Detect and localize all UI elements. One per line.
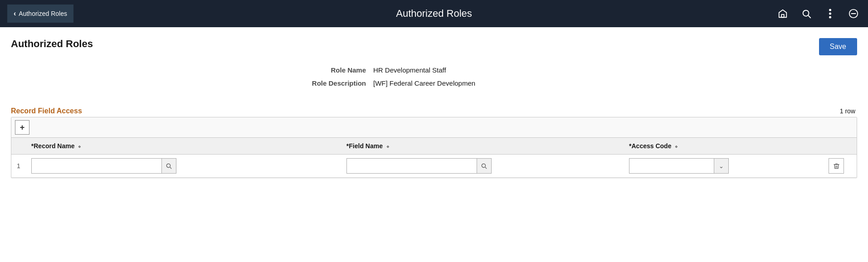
- table-container: + *Record Name ⋄ *Field Name ⋄: [11, 117, 857, 178]
- add-row-button[interactable]: +: [15, 120, 29, 135]
- role-description-label: Role Description: [275, 79, 366, 87]
- record-field-access-section: Record Field Access 1 row + *Record Name…: [11, 107, 857, 178]
- top-navigation: ‹ Authorized Roles Authorized Roles: [0, 0, 868, 27]
- record-name-input-container: [31, 158, 176, 174]
- form-section: Role Name HR Developmental Staff Role De…: [11, 66, 857, 92]
- access-code-header: *Access Code ⋄: [624, 138, 823, 155]
- record-name-input[interactable]: [32, 159, 161, 173]
- svg-point-4: [829, 13, 831, 15]
- home-button[interactable]: [775, 6, 790, 21]
- role-description-row: Role Description [WF] Federal Career Dev…: [275, 79, 593, 87]
- record-name-cell: [26, 155, 341, 178]
- section-title: Record Field Access: [11, 107, 82, 115]
- table-header: *Record Name ⋄ *Field Name ⋄ *Access Cod…: [11, 138, 857, 155]
- role-name-label: Role Name: [275, 66, 366, 74]
- field-name-input[interactable]: [347, 159, 477, 173]
- back-label: Authorized Roles: [19, 10, 67, 17]
- access-code-select[interactable]: [629, 159, 714, 173]
- role-name-value: HR Developmental Staff: [373, 66, 446, 74]
- cancel-icon: [848, 9, 858, 19]
- nav-icon-group: [775, 6, 861, 21]
- svg-line-2: [808, 15, 810, 18]
- svg-line-11: [485, 167, 487, 169]
- main-content: Authorized Roles Save Role Name HR Devel…: [0, 27, 868, 262]
- field-name-cell: [341, 155, 624, 178]
- field-name-search-icon[interactable]: [477, 159, 491, 173]
- role-name-row: Role Name HR Developmental Staff: [275, 66, 593, 74]
- action-header: [823, 138, 857, 155]
- nav-title: Authorized Roles: [396, 8, 472, 19]
- save-button[interactable]: Save: [819, 38, 857, 55]
- delete-row-button[interactable]: [829, 158, 844, 174]
- trash-icon: [833, 163, 840, 170]
- table-body: 1: [11, 155, 857, 178]
- access-code-select-container: ⌄: [629, 158, 729, 174]
- role-description-value: [WF] Federal Career Developmen: [373, 79, 475, 87]
- record-name-search-icon[interactable]: [161, 159, 176, 173]
- svg-line-9: [170, 167, 171, 169]
- page-title: Authorized Roles: [11, 38, 93, 50]
- row-num-header: [11, 138, 26, 155]
- search-button[interactable]: [799, 6, 814, 21]
- field-name-input-container: [346, 158, 492, 174]
- row-count: 1 row: [840, 107, 855, 115]
- back-button[interactable]: ‹ Authorized Roles: [7, 5, 73, 23]
- svg-point-5: [829, 16, 831, 19]
- chevron-down-icon: ⌄: [714, 159, 728, 173]
- access-code-sort-icon[interactable]: ⋄: [675, 144, 678, 149]
- more-icon: [829, 9, 831, 19]
- action-cell: [823, 155, 857, 178]
- chevron-left-icon: ‹: [14, 10, 16, 18]
- svg-rect-0: [781, 15, 784, 17]
- record-name-header: *Record Name ⋄: [26, 138, 341, 155]
- access-code-cell: ⌄: [624, 155, 823, 178]
- section-header: Record Field Access 1 row: [11, 107, 857, 115]
- record-name-sort-icon[interactable]: ⋄: [78, 144, 81, 149]
- svg-point-3: [829, 9, 831, 11]
- record-field-access-table: *Record Name ⋄ *Field Name ⋄ *Access Cod…: [11, 138, 857, 178]
- search-icon: [801, 9, 811, 19]
- row-number: 1: [11, 155, 26, 178]
- page-header: Authorized Roles Save: [11, 38, 857, 55]
- field-name-header: *Field Name ⋄: [341, 138, 624, 155]
- cancel-button[interactable]: [846, 6, 861, 21]
- header-row: *Record Name ⋄ *Field Name ⋄ *Access Cod…: [11, 138, 857, 155]
- home-icon: [778, 9, 788, 19]
- field-name-sort-icon[interactable]: ⋄: [386, 144, 389, 149]
- table-row: 1: [11, 155, 857, 178]
- more-options-button[interactable]: [823, 6, 837, 21]
- table-toolbar: +: [11, 117, 857, 138]
